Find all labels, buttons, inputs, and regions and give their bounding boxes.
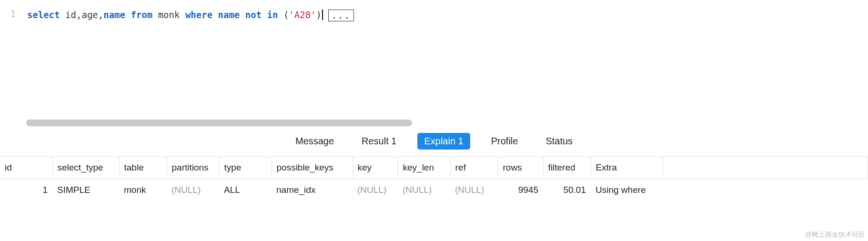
col-header-extra[interactable]: Extra <box>591 157 663 179</box>
keyword-in: in <box>267 10 278 20</box>
cell-id: 1 <box>0 179 52 201</box>
cell-key-len: (NULL) <box>398 179 450 201</box>
rparen: ) <box>316 10 322 20</box>
col-header-filtered[interactable]: filtered <box>543 157 591 179</box>
col-header-type[interactable]: type <box>219 157 272 179</box>
cell-partitions: (NULL) <box>167 179 219 201</box>
tab-result[interactable]: Result 1 <box>355 133 403 150</box>
keyword-not: not <box>245 10 262 20</box>
comma: , <box>76 10 81 20</box>
cell-key: (NULL) <box>353 179 398 201</box>
col-header-ref[interactable]: ref <box>450 157 498 179</box>
tab-message[interactable]: Message <box>289 133 341 150</box>
horizontal-scrollbar-track[interactable] <box>26 120 863 126</box>
sql-editor[interactable]: 1 select id,age,name from monk where nam… <box>0 0 868 131</box>
cell-rows: 9945 <box>498 179 543 201</box>
keyword-where: where <box>185 10 212 20</box>
ident-name2: name <box>218 10 240 20</box>
keyword-from: from <box>131 10 152 20</box>
col-header-possible-keys[interactable]: possible_keys <box>272 157 353 179</box>
cell-possible-keys: name_idx <box>272 179 353 201</box>
quote-open: ' <box>289 10 294 20</box>
table-header-row: id select_type table partitions type pos… <box>0 157 868 179</box>
table-row[interactable]: 1 SIMPLE monk (NULL) ALL name_idx (NULL)… <box>0 179 868 201</box>
ident-name: name <box>103 10 125 20</box>
comma: , <box>98 10 103 20</box>
col-header-key[interactable]: key <box>353 157 398 179</box>
cell-type: ALL <box>219 179 272 201</box>
col-header-table[interactable]: table <box>119 157 167 179</box>
col-header-select-type[interactable]: select_type <box>52 157 119 179</box>
tab-status[interactable]: Status <box>539 133 579 150</box>
lparen: ( <box>283 10 289 20</box>
ident-table: monk <box>158 10 180 20</box>
explain-results-table: id select_type table partitions type pos… <box>0 157 868 201</box>
col-header-key-len[interactable]: key_len <box>398 157 450 179</box>
col-header-rows[interactable]: rows <box>498 157 543 179</box>
watermark-text: @稀土掘金技术社区 <box>805 231 865 239</box>
quote-close: ' <box>311 10 316 20</box>
ident-id: id <box>65 10 76 20</box>
tab-profile[interactable]: Profile <box>484 133 525 150</box>
string-literal: A28 <box>294 10 311 20</box>
cell-ref: (NULL) <box>450 179 498 201</box>
cell-empty <box>663 179 868 201</box>
tab-explain[interactable]: Explain 1 <box>417 133 470 150</box>
cell-extra: Using where <box>591 179 663 201</box>
ellipsis-button[interactable]: ... <box>328 10 354 21</box>
horizontal-scrollbar-thumb[interactable] <box>26 120 412 126</box>
ident-age: age <box>81 10 98 20</box>
col-header-partitions[interactable]: partitions <box>167 157 219 179</box>
line-gutter: 1 <box>0 0 21 131</box>
cell-select-type: SIMPLE <box>52 179 119 201</box>
col-header-id[interactable]: id <box>0 157 52 179</box>
line-number: 1 <box>0 9 16 19</box>
cell-table: monk <box>119 179 167 201</box>
code-area[interactable]: select id,age,name from monk where name … <box>21 0 868 131</box>
cell-filtered: 50.01 <box>543 179 591 201</box>
col-header-empty <box>663 157 868 179</box>
text-cursor <box>322 10 323 20</box>
keyword-select: select <box>27 10 60 20</box>
